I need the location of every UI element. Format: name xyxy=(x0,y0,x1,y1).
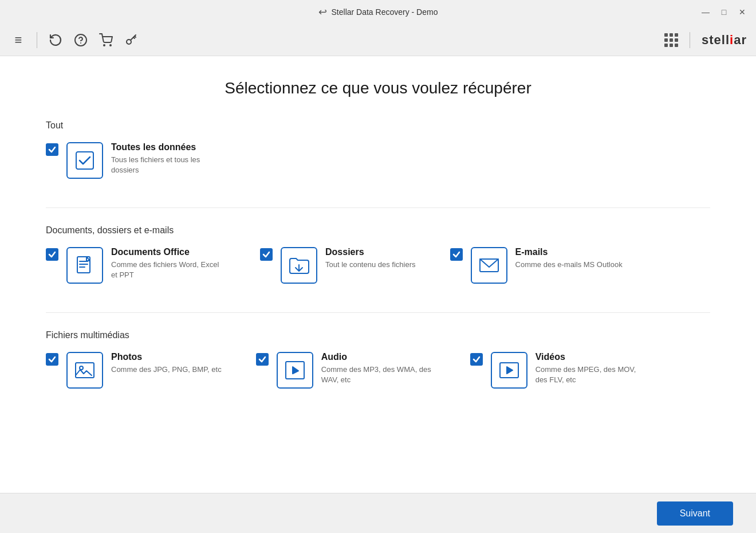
app-title: Stellar Data Recovery - Demo xyxy=(332,7,438,17)
audio-icon-box xyxy=(277,352,313,389)
option-emails: E-mails Comme des e-mails MS Outlook xyxy=(450,247,623,284)
all-data-desc: Tous les fichiers et tous les dossiers xyxy=(111,155,226,175)
checkbox-audio[interactable] xyxy=(256,353,269,366)
history-icon[interactable] xyxy=(46,31,65,49)
office-docs-text: Documents Office Comme des fichiers Word… xyxy=(111,247,226,280)
videos-text: Vidéos Comme des MPEG, des MOV, des FLV,… xyxy=(536,352,650,385)
separator-1 xyxy=(46,207,710,208)
section-label-documents: Documents, dossiers et e-mails xyxy=(46,225,710,236)
app-grid-icon[interactable] xyxy=(664,33,678,47)
emails-text: E-mails Comme des e-mails MS Outlook xyxy=(515,247,623,270)
help-icon[interactable] xyxy=(72,31,90,49)
separator-2 xyxy=(46,312,710,313)
all-data-text: Toutes les données Tous les fichiers et … xyxy=(111,142,226,175)
videos-icon-box xyxy=(491,352,527,389)
section-documents: Documents, dossiers et e-mails xyxy=(46,225,710,284)
svg-point-2 xyxy=(104,45,105,46)
title-bar-controls: — □ ✕ xyxy=(701,7,747,17)
option-audio: Audio Comme des MP3, des WMA, des WAV, e… xyxy=(256,352,436,389)
option-office-docs: Documents Office Comme des fichiers Word… xyxy=(46,247,226,284)
minimize-button[interactable]: — xyxy=(701,7,710,17)
options-row-multimedia: Photos Comme des JPG, PNG, BMP, etc xyxy=(46,352,710,389)
bottom-bar: Suivant xyxy=(0,493,756,533)
all-data-title: Toutes les données xyxy=(111,142,226,152)
checkbox-emails[interactable] xyxy=(450,248,463,261)
audio-title: Audio xyxy=(321,352,436,362)
toolbar-right: stelliar xyxy=(664,32,747,48)
options-row-tout: Toutes les données Tous les fichiers et … xyxy=(46,142,710,179)
checkbox-office-docs[interactable] xyxy=(46,248,58,261)
section-label-multimedia: Fichiers multimédias xyxy=(46,330,710,340)
checkbox-photos[interactable] xyxy=(46,353,58,366)
audio-desc: Comme des MP3, des WMA, des WAV, etc xyxy=(321,365,436,385)
emails-icon-box xyxy=(471,247,507,284)
photos-icon-box xyxy=(66,352,103,389)
photos-desc: Comme des JPG, PNG, BMP, etc xyxy=(111,365,222,375)
option-all-data: Toutes les données Tous les fichiers et … xyxy=(46,142,226,179)
svg-line-6 xyxy=(135,36,136,37)
svg-rect-8 xyxy=(76,152,93,169)
office-docs-desc: Comme des fichiers Word, Excel et PPT xyxy=(111,260,226,280)
folders-text: Dossiers Tout le contenu des fichiers xyxy=(325,247,416,270)
svg-line-7 xyxy=(133,37,135,38)
option-photos: Photos Comme des JPG, PNG, BMP, etc xyxy=(46,352,222,389)
folders-icon-box xyxy=(281,247,317,284)
checkbox-videos[interactable] xyxy=(470,353,483,366)
close-button[interactable]: ✕ xyxy=(738,7,747,17)
videos-desc: Comme des MPEG, des MOV, des FLV, etc xyxy=(536,365,650,385)
toolbar-left: ≡ xyxy=(9,31,140,49)
svg-marker-16 xyxy=(507,367,513,374)
main-content: Sélectionnez ce que vous voulez récupére… xyxy=(0,56,756,493)
next-button[interactable]: Suivant xyxy=(657,501,733,526)
checkbox-folders[interactable] xyxy=(260,248,273,261)
emails-title: E-mails xyxy=(515,247,623,257)
office-docs-icon-box xyxy=(66,247,103,284)
folders-desc: Tout le contenu des fichiers xyxy=(325,260,416,270)
title-bar: ↩ Stellar Data Recovery - Demo — □ ✕ xyxy=(0,0,756,24)
toolbar-divider-2 xyxy=(690,32,690,48)
photos-title: Photos xyxy=(111,352,222,362)
option-videos: Vidéos Comme des MPEG, des MOV, des FLV,… xyxy=(470,352,650,389)
maximize-button[interactable]: □ xyxy=(719,7,729,17)
title-bar-title: ↩ Stellar Data Recovery - Demo xyxy=(318,6,438,18)
key-icon[interactable] xyxy=(122,31,140,49)
videos-title: Vidéos xyxy=(536,352,650,362)
audio-text: Audio Comme des MP3, des WMA, des WAV, e… xyxy=(321,352,436,385)
section-tout: Tout Toutes les données xyxy=(46,120,710,179)
page-title: Sélectionnez ce que vous voulez récupére… xyxy=(46,79,710,97)
all-data-icon-box xyxy=(66,142,103,179)
toolbar-divider-1 xyxy=(37,32,37,48)
folders-title: Dossiers xyxy=(325,247,416,257)
back-icon: ↩ xyxy=(318,6,327,18)
svg-point-3 xyxy=(110,45,111,46)
office-docs-title: Documents Office xyxy=(111,247,226,257)
stellar-logo-accent: i xyxy=(730,33,734,47)
option-folders: Dossiers Tout le contenu des fichiers xyxy=(260,247,416,284)
menu-icon[interactable]: ≡ xyxy=(9,31,27,49)
options-row-documents: Documents Office Comme des fichiers Word… xyxy=(46,247,710,284)
stellar-logo: stelliar xyxy=(702,33,747,48)
section-label-tout: Tout xyxy=(46,120,710,131)
emails-desc: Comme des e-mails MS Outlook xyxy=(515,260,623,270)
photos-text: Photos Comme des JPG, PNG, BMP, etc xyxy=(111,352,222,375)
section-multimedia: Fichiers multimédias Photos xyxy=(46,330,710,389)
toolbar: ≡ xyxy=(0,24,756,56)
checkbox-all-data[interactable] xyxy=(46,143,58,156)
cart-icon[interactable] xyxy=(97,31,115,49)
